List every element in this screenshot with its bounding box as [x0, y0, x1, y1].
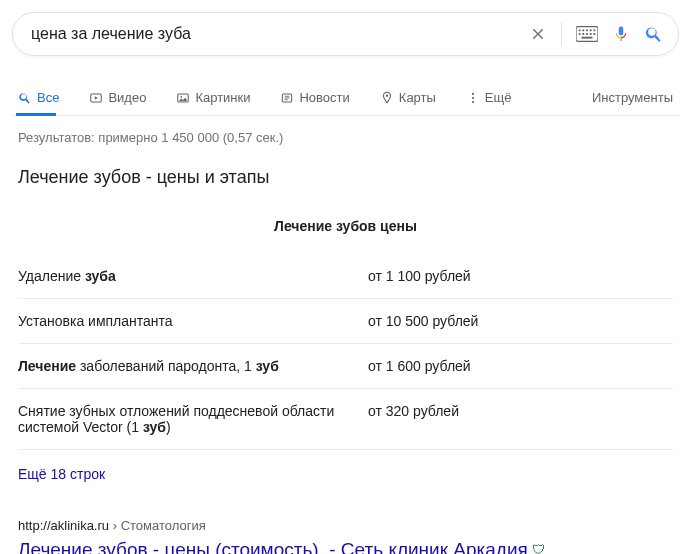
tab-label: Видео: [108, 90, 146, 105]
service-name: Удаление зуба: [18, 268, 368, 284]
result-title-text: Лечение зубов - цены (стоимость). - Сеть…: [18, 539, 528, 554]
table-title: Лечение зубов цены: [18, 218, 673, 234]
results-stats: Результатов: примерно 1 450 000 (0,57 се…: [18, 130, 679, 145]
keyboard-icon[interactable]: [576, 26, 598, 42]
price-table: Удаление зубаот 1 100 рублейУстановка им…: [18, 254, 673, 450]
price-value: от 1 600 рублей: [368, 358, 673, 374]
news-icon: [280, 91, 294, 105]
divider: [12, 115, 679, 116]
svg-rect-3: [586, 29, 588, 31]
svg-rect-2: [582, 29, 584, 31]
url-text: http://aklinika.ru: [18, 518, 109, 533]
price-value: от 1 100 рублей: [368, 268, 673, 284]
table-row: Установка имплантантаот 10 500 рублей: [18, 299, 673, 344]
tab-more[interactable]: Ещё: [466, 80, 524, 115]
svg-rect-9: [590, 33, 592, 35]
svg-point-14: [181, 95, 183, 97]
tools-link[interactable]: Инструменты: [592, 90, 673, 105]
images-icon: [176, 91, 190, 105]
breadcrumb: › Стоматология: [113, 518, 206, 533]
result-url[interactable]: http://aklinika.ru › Стоматология: [18, 518, 673, 533]
tab-video[interactable]: Видео: [89, 80, 158, 115]
service-name: Лечение заболеваний пародонта, 1 зуб: [18, 358, 368, 374]
tab-news[interactable]: Новости: [280, 80, 361, 115]
tab-label: Все: [37, 90, 59, 105]
featured-snippet: Лечение зубов - цены и этапы Лечение зуб…: [12, 167, 679, 554]
svg-rect-5: [593, 29, 595, 31]
price-value: от 10 500 рублей: [368, 313, 673, 329]
snippet-title: Лечение зубов - цены и этапы: [18, 167, 673, 188]
table-row: Лечение заболеваний пародонта, 1 зубот 1…: [18, 344, 673, 389]
pin-icon: [380, 91, 394, 105]
video-icon: [89, 91, 103, 105]
tab-label: Картинки: [195, 90, 250, 105]
svg-rect-6: [579, 33, 581, 35]
svg-rect-11: [582, 37, 593, 39]
tab-label: Карты: [399, 90, 436, 105]
tab-label: Новости: [299, 90, 349, 105]
svg-rect-10: [593, 33, 595, 35]
svg-rect-7: [582, 33, 584, 35]
search-icon[interactable]: [644, 24, 664, 44]
result-title[interactable]: Лечение зубов - цены (стоимость). - Сеть…: [18, 539, 673, 554]
svg-rect-4: [590, 29, 592, 31]
tabs: Все Видео Картинки Новости Карты Ещё Инс…: [12, 80, 679, 115]
clear-icon[interactable]: [529, 25, 547, 43]
more-icon: [466, 91, 480, 105]
search-box: [12, 12, 679, 56]
svg-rect-8: [586, 33, 588, 35]
search-input[interactable]: [31, 25, 529, 43]
voice-icon[interactable]: [612, 23, 630, 45]
more-rows-link[interactable]: Ещё 18 строк: [18, 466, 105, 482]
tab-maps[interactable]: Карты: [380, 80, 448, 115]
svg-rect-1: [579, 29, 581, 31]
service-name: Установка имплантанта: [18, 313, 368, 329]
svg-point-19: [386, 94, 388, 96]
svg-point-20: [472, 92, 474, 94]
svg-point-22: [472, 101, 474, 103]
shield-icon: 🛡: [532, 542, 545, 554]
search-icon: [18, 91, 32, 105]
price-value: от 320 рублей: [368, 403, 673, 435]
tab-images[interactable]: Картинки: [176, 80, 262, 115]
service-name: Снятие зубных отложений поддесневой обла…: [18, 403, 368, 435]
table-row: Удаление зубаот 1 100 рублей: [18, 254, 673, 299]
svg-point-21: [472, 96, 474, 98]
search-icons: [529, 22, 664, 46]
divider: [561, 22, 562, 46]
tab-all[interactable]: Все: [18, 80, 71, 115]
tab-label: Ещё: [485, 90, 512, 105]
table-row: Снятие зубных отложений поддесневой обла…: [18, 389, 673, 450]
